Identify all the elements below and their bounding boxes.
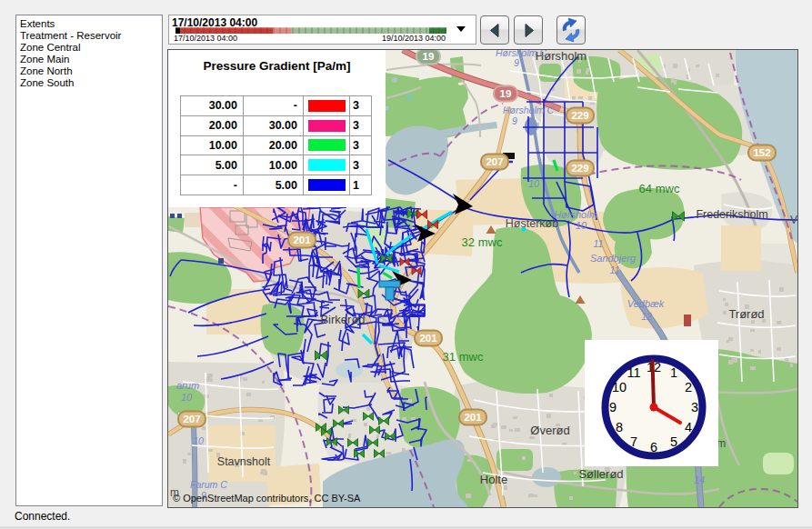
svg-text:Hørsholm C: Hørsholm C — [503, 105, 554, 115]
svg-text:11: 11 — [610, 264, 620, 275]
svg-text:12: 12 — [641, 311, 652, 322]
svg-text:Stavnsholt: Stavnsholt — [217, 455, 271, 468]
svg-text:201: 201 — [293, 235, 311, 245]
svg-text:V: V — [790, 214, 797, 226]
svg-text:207: 207 — [183, 414, 200, 424]
svg-text:9: 9 — [514, 57, 519, 68]
svg-text:152: 152 — [753, 147, 770, 158]
svg-text:10: 10 — [576, 220, 587, 231]
svg-text:207: 207 — [486, 156, 503, 167]
svg-text:14: 14 — [694, 474, 705, 485]
svg-text:9: 9 — [609, 400, 617, 414]
svg-text:11: 11 — [594, 238, 604, 249]
svg-text:229: 229 — [571, 163, 588, 174]
svg-text:Trørød: Trørød — [728, 307, 764, 321]
svg-text:64 mwc: 64 mwc — [639, 182, 680, 195]
svg-text:Hørsholm C: Hørsholm C — [496, 50, 546, 58]
svg-text:10: 10 — [612, 380, 627, 394]
svg-text:201: 201 — [419, 333, 437, 344]
svg-text:Høsterkøb: Høsterkøb — [506, 217, 558, 230]
svg-text:229: 229 — [571, 110, 588, 121]
svg-text:5: 5 — [670, 434, 677, 449]
svg-text:19: 19 — [423, 51, 435, 62]
svg-text:19: 19 — [500, 88, 512, 99]
svg-text:Birkerød: Birkerød — [320, 313, 365, 326]
svg-text:Vedbæk: Vedbæk — [627, 298, 665, 309]
svg-text:1: 1 — [670, 365, 677, 380]
svg-text:6: 6 — [650, 440, 657, 454]
svg-text:10: 10 — [193, 435, 204, 446]
svg-text:11: 11 — [627, 365, 640, 380]
svg-text:9: 9 — [512, 115, 517, 126]
svg-text:Frederiksholm: Frederiksholm — [696, 208, 767, 221]
svg-text:2: 2 — [685, 380, 692, 394]
svg-text:10: 10 — [181, 392, 193, 403]
svg-text:Hørsholm: Hørsholm — [554, 209, 597, 220]
svg-text:10: 10 — [528, 178, 540, 189]
svg-text:3: 3 — [691, 400, 698, 414]
svg-text:Søllerød: Søllerød — [578, 467, 623, 481]
svg-text:4: 4 — [685, 420, 692, 434]
svg-text:201: 201 — [464, 412, 482, 423]
svg-text:31 mwc: 31 mwc — [443, 350, 484, 364]
svg-text:Øverød: Øverød — [530, 424, 569, 437]
svg-text:Holte: Holte — [480, 473, 507, 486]
svg-text:arum: arum — [176, 380, 199, 391]
svg-text:Farum C: Farum C — [190, 479, 227, 490]
svg-text:Sandbjerg: Sandbjerg — [590, 253, 637, 264]
svg-text:8: 8 — [616, 420, 623, 434]
svg-text:32 mwc: 32 mwc — [462, 235, 503, 249]
svg-text:7: 7 — [630, 434, 637, 449]
